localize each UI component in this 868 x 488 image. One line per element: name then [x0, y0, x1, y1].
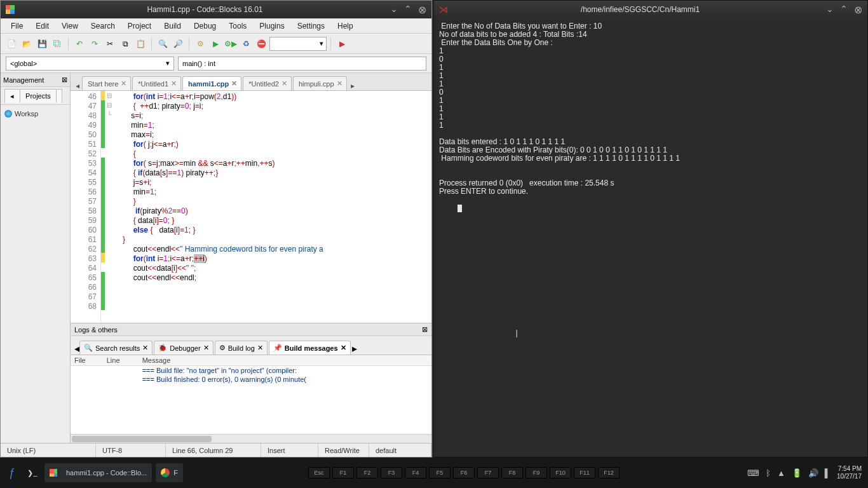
save-icon[interactable]: 💾: [35, 37, 49, 51]
new-file-icon[interactable]: 📄: [4, 37, 18, 51]
clock[interactable]: 7:54 PM 10/27/17: [837, 465, 862, 480]
tab-close-icon[interactable]: ✕: [337, 79, 342, 88]
abort-icon[interactable]: ⛔: [254, 37, 268, 51]
copy-icon[interactable]: ⧉: [118, 37, 132, 51]
taskbar-item-codeblocks[interactable]: hammi1.cpp - Code::Blo...: [44, 463, 152, 482]
panel-close-icon[interactable]: ⊠: [62, 76, 67, 84]
log-row[interactable]: === Build finished: 0 error(s), 0 warnin…: [71, 375, 431, 384]
wifi-icon[interactable]: ▲: [777, 468, 785, 478]
editor-tab[interactable]: himpuli.cpp✕: [293, 76, 347, 90]
fkey-esc[interactable]: Esc: [308, 467, 330, 478]
tab-close-icon[interactable]: ✕: [231, 79, 237, 88]
fkey-f4[interactable]: F4: [405, 467, 426, 478]
battery-icon[interactable]: 🔋: [792, 468, 802, 478]
activities-button[interactable]: ƒ: [4, 464, 20, 481]
fkey-f11[interactable]: F11: [574, 467, 595, 478]
save-all-icon[interactable]: ⿻: [50, 37, 64, 51]
debug-start-icon[interactable]: ▶: [335, 37, 349, 51]
undo-icon[interactable]: ↶: [72, 37, 86, 51]
keyboard-icon[interactable]: ⌨: [747, 468, 759, 478]
fkey-f9[interactable]: F9: [526, 467, 547, 478]
rebuild-icon[interactable]: ♻: [239, 37, 253, 51]
build-icon[interactable]: ⚙: [193, 37, 207, 51]
tab-scroll-left-icon[interactable]: ◂: [73, 81, 82, 90]
open-file-icon[interactable]: 📂: [20, 37, 34, 51]
log-column-header[interactable]: Line: [103, 355, 139, 366]
scope-function-select[interactable]: main() : int: [178, 57, 426, 71]
term-maximize-icon[interactable]: ⌃: [840, 4, 848, 16]
fkey-f2[interactable]: F2: [356, 467, 378, 478]
logtab-close-icon[interactable]: ✕: [203, 344, 209, 352]
run-icon[interactable]: ▶: [208, 37, 222, 51]
menu-plugins[interactable]: Plugins: [253, 20, 290, 32]
maximize-icon[interactable]: ⌃: [404, 4, 412, 16]
log-tab[interactable]: 📌Build messages✕: [269, 341, 351, 355]
build-target-select[interactable]: ▾: [269, 37, 327, 51]
term-minimize-icon[interactable]: ⌄: [826, 4, 834, 16]
log-column-header[interactable]: File: [71, 355, 103, 366]
editor-tab[interactable]: Start here✕: [82, 76, 131, 90]
menu-help[interactable]: Help: [331, 20, 360, 32]
log-column-header[interactable]: Message: [139, 355, 431, 366]
terminal-titlebar[interactable]: ⋊ /home/infiee/SGGSCC/Cn/Hammi1 ⌄ ⌃ ⊗: [434, 1, 867, 18]
paste-icon[interactable]: 📋: [133, 37, 147, 51]
fkey-f10[interactable]: F10: [550, 467, 571, 478]
editor-tab[interactable]: *Untitled1✕: [132, 76, 181, 90]
replace-icon[interactable]: 🔎: [171, 37, 185, 51]
tab-projects[interactable]: ◂ Projects: [4, 89, 62, 103]
text-cursor-icon: I: [515, 330, 518, 338]
fkey-f1[interactable]: F1: [332, 467, 354, 478]
log-tab[interactable]: 🔍Search results✕: [79, 341, 153, 355]
tab-close-icon[interactable]: ✕: [171, 79, 177, 88]
menu-file[interactable]: File: [4, 20, 29, 32]
bluetooth-icon[interactable]: ᛒ: [766, 468, 771, 478]
tab-close-icon[interactable]: ✕: [281, 79, 287, 88]
cb-statusbar: Unix (LF) UTF-8 Line 66, Column 29 Inser…: [1, 443, 431, 457]
fkey-f8[interactable]: F8: [501, 467, 523, 478]
terminal-body[interactable]: Enter the No of Data Bits you want to En…: [434, 18, 867, 457]
menu-view[interactable]: View: [55, 20, 85, 32]
term-close-icon[interactable]: ⊗: [854, 4, 862, 16]
logtab-scroll-right-icon[interactable]: ▸: [352, 342, 357, 355]
logtab-close-icon[interactable]: ✕: [341, 344, 346, 352]
menu-settings[interactable]: Settings: [291, 20, 331, 32]
cut-icon[interactable]: ✂: [103, 37, 117, 51]
taskbar-item-chrome[interactable]: F: [156, 463, 183, 482]
notification-icon[interactable]: ▌: [825, 468, 831, 478]
editor-hscrollbar[interactable]: [71, 434, 431, 443]
cb-titlebar[interactable]: Hammi1.cpp - Code::Blocks 16.01 ⌄ ⌃ ⊗: [1, 1, 431, 18]
logtab-scroll-left-icon[interactable]: ◂: [74, 342, 79, 355]
fkey-f3[interactable]: F3: [381, 467, 402, 478]
scope-global-select[interactable]: <global>▾: [6, 57, 174, 71]
fkey-f12[interactable]: F12: [598, 467, 620, 478]
log-tab[interactable]: 🐞Debugger✕: [154, 341, 213, 355]
fkey-f6[interactable]: F6: [453, 467, 475, 478]
logtab-close-icon[interactable]: ✕: [142, 344, 148, 352]
menu-search[interactable]: Search: [85, 20, 121, 32]
find-icon[interactable]: 🔍: [156, 37, 170, 51]
menu-build[interactable]: Build: [158, 20, 187, 32]
build-run-icon[interactable]: ⚙▶: [224, 37, 238, 51]
tab-close-icon[interactable]: ✕: [121, 79, 126, 88]
redo-icon[interactable]: ↷: [88, 37, 102, 51]
terminal-shortcut-icon[interactable]: ❯_: [24, 464, 41, 481]
logtab-close-icon[interactable]: ✕: [257, 344, 263, 352]
menu-debug[interactable]: Debug: [187, 20, 222, 32]
menu-project[interactable]: Project: [121, 20, 158, 32]
log-row[interactable]: === Build file: "no target" in "no proje…: [71, 366, 431, 376]
workspace-item[interactable]: Worksp: [3, 109, 67, 119]
volume-icon[interactable]: 🔊: [808, 468, 818, 478]
log-tab[interactable]: ⚙Build log✕: [215, 341, 268, 355]
menu-tools[interactable]: Tools: [222, 20, 253, 32]
build-messages-table[interactable]: FileLineMessage=== Build file: "no targe…: [71, 355, 431, 434]
fkey-f5[interactable]: F5: [429, 467, 451, 478]
close-icon[interactable]: ⊗: [418, 4, 426, 16]
editor-tab[interactable]: hammi1.cpp✕: [182, 76, 241, 90]
fkey-f7[interactable]: F7: [477, 467, 499, 478]
menu-edit[interactable]: Edit: [29, 20, 55, 32]
logs-close-icon[interactable]: ⊠: [422, 325, 428, 334]
minimize-icon[interactable]: ⌄: [390, 4, 398, 16]
editor-tab[interactable]: *Untitled2✕: [243, 76, 292, 90]
code-editor[interactable]: 4647484950515253545556575859606162636465…: [71, 91, 431, 323]
tab-scroll-right-icon[interactable]: ▸: [348, 81, 357, 90]
